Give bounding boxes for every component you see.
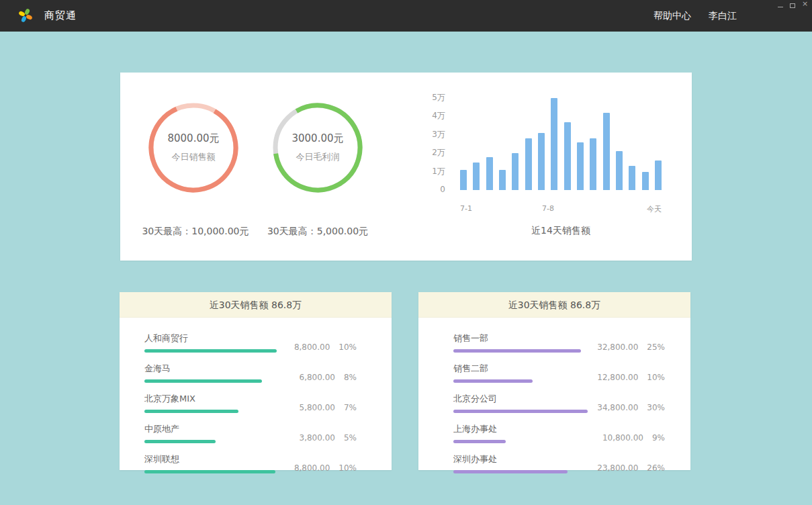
chart-x-axis: 7-1 7-8 今天	[460, 204, 662, 214]
customer-sales-panel: 近30天销售额 86.8万 人和商贸行 8,800.0010% 金海马 6,80…	[120, 292, 392, 470]
row-figures: 3,800.005%	[287, 433, 357, 443]
bar	[629, 166, 635, 190]
today-profit-donut: 3000.00元 今日毛利润	[271, 101, 365, 195]
y-tick: 4万	[422, 111, 445, 120]
sales-bar-plot	[460, 98, 662, 190]
row-name: 上海办事处	[453, 423, 600, 435]
bar	[577, 142, 584, 190]
row-name: 北京分公司	[453, 393, 597, 405]
row-figures: 34,800.0030%	[597, 403, 665, 413]
progress-bar	[453, 349, 588, 353]
panel-title: 近30天销售额 86.8万	[418, 292, 690, 318]
y-tick: 0	[422, 185, 445, 193]
row-name: 中原地产	[144, 423, 287, 435]
titlebar-menu: 帮助中心 李白江	[653, 0, 737, 32]
row-figures: 6,800.008%	[287, 373, 357, 383]
progress-bar	[144, 410, 277, 413]
progress-bar	[144, 379, 277, 383]
row-figures: 8,800.0010%	[287, 342, 357, 353]
app-logo-icon	[18, 8, 33, 23]
row-percent: 7%	[344, 403, 357, 412]
progress-bar	[453, 379, 588, 383]
sales-row: 北京万象MIX 5,800.007%	[120, 393, 392, 413]
progress-bar	[453, 470, 588, 473]
today-profit-label: 今日毛利润	[296, 151, 340, 163]
sales-row: 销售一部 32,800.0025%	[418, 332, 690, 353]
x-tick: 7-8	[542, 204, 554, 213]
panel-rows: 人和商贸行 8,800.0010% 金海马 6,800.008% 北京万象MIX…	[120, 318, 392, 473]
row-value: 23,800.00	[597, 463, 638, 473]
today-sales-label: 今日销售额	[172, 151, 216, 163]
bar	[642, 172, 649, 190]
sales-row: 深圳办事处 23,800.0026%	[418, 453, 690, 473]
today-sales-value: 8000.00元	[167, 132, 219, 145]
x-tick: 今天	[647, 204, 662, 214]
bar	[655, 160, 662, 190]
donut-center-text: 3000.00元 今日毛利润	[271, 101, 365, 195]
row-figures: 5,800.007%	[287, 403, 357, 413]
row-percent: 26%	[647, 463, 665, 473]
row-percent: 10%	[647, 373, 665, 382]
row-value: 6,800.00	[300, 373, 335, 382]
close-icon[interactable]	[802, 3, 807, 8]
row-figures: 32,800.0025%	[597, 342, 665, 353]
row-percent: 9%	[652, 433, 665, 443]
row-value: 12,800.00	[597, 373, 638, 382]
bar	[512, 153, 518, 190]
sales-row: 中原地产 3,800.005%	[120, 423, 392, 443]
help-center-link[interactable]: 帮助中心	[653, 10, 691, 22]
overview-card: 8000.00元 今日销售额 30天最高：10,000.00元 3000.00元…	[120, 73, 692, 261]
sales-30d-max: 30天最高：10,000.00元	[128, 226, 263, 238]
row-value: 10,800.00	[602, 433, 643, 443]
row-name: 销售一部	[453, 332, 597, 345]
row-value: 34,800.00	[597, 403, 638, 412]
progress-bar	[144, 349, 277, 353]
row-value: 5,800.00	[300, 403, 335, 412]
bar	[486, 157, 493, 190]
row-name: 深圳办事处	[453, 453, 597, 465]
bar	[603, 113, 610, 190]
progress-bar	[144, 470, 277, 473]
bar	[460, 170, 467, 190]
row-name: 人和商贸行	[144, 332, 287, 345]
row-name: 金海马	[144, 363, 287, 375]
bar	[564, 122, 571, 190]
bar	[616, 151, 623, 190]
row-percent: 10%	[339, 463, 357, 473]
app-title: 商贸通	[44, 0, 77, 32]
username-menu[interactable]: 李白江	[709, 10, 737, 22]
row-name: 北京万象MIX	[144, 393, 287, 405]
titlebar: 商贸通 帮助中心 李白江	[0, 0, 812, 32]
progress-bar	[144, 440, 277, 443]
sales-row: 人和商贸行 8,800.0010%	[120, 332, 392, 353]
bar	[499, 170, 506, 190]
sales-14d-chart: 5万 4万 3万 2万 1万 0 7-1 7-8 今天 近14天销售额	[422, 93, 678, 248]
row-figures: 8,800.0010%	[287, 463, 357, 473]
panel-rows: 销售一部 32,800.0025% 销售二部 12,800.0010% 北京分公…	[418, 318, 690, 473]
chart-y-axis: 5万 4万 3万 2万 1万 0	[422, 93, 445, 193]
department-sales-panel: 近30天销售额 86.8万 销售一部 32,800.0025% 销售二部 12,…	[418, 292, 690, 470]
sales-row: 金海马 6,800.008%	[120, 363, 392, 383]
row-percent: 10%	[339, 342, 357, 352]
row-percent: 8%	[344, 373, 357, 382]
today-sales-donut: 8000.00元 今日销售额	[146, 101, 240, 195]
row-value: 8,800.00	[294, 342, 330, 352]
window-controls	[778, 2, 807, 9]
minimize-icon[interactable]	[778, 7, 783, 7]
progress-bar	[453, 410, 588, 413]
row-figures: 10,800.009%	[600, 433, 665, 443]
row-value: 3,800.00	[300, 433, 335, 443]
profit-30d-max: 30天最高：5,000.00元	[251, 226, 385, 238]
y-tick: 3万	[422, 130, 445, 138]
row-percent: 30%	[647, 403, 665, 412]
bar	[551, 98, 557, 190]
y-tick: 1万	[422, 167, 445, 175]
sales-row: 北京分公司 34,800.0030%	[418, 393, 690, 413]
panel-title: 近30天销售额 86.8万	[120, 292, 392, 318]
donut-center-text: 8000.00元 今日销售额	[146, 101, 240, 195]
today-profit-value: 3000.00元	[291, 132, 343, 145]
x-tick: 7-1	[460, 204, 472, 213]
row-value: 32,800.00	[597, 342, 638, 352]
row-figures: 23,800.0026%	[597, 463, 665, 473]
maximize-icon[interactable]	[790, 3, 795, 8]
